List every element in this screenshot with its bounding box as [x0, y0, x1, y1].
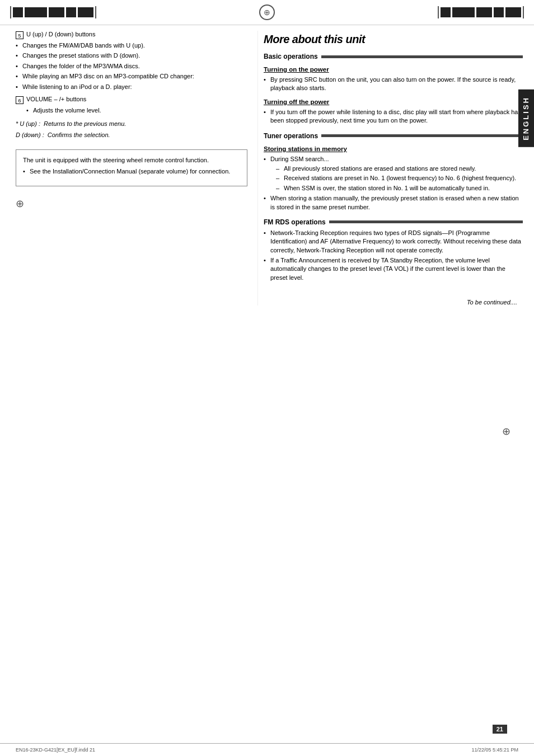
tuner-ops-title: Tuner operations [264, 132, 318, 140]
turning-on-list: By pressing SRC button on the unit, you … [264, 76, 523, 93]
footer-right: 11/22/05 5:45:21 PM [471, 747, 518, 753]
sub-list-item: When SSM is over, the station stored in … [276, 184, 523, 192]
crosshair-left: ⊕ [16, 198, 247, 210]
storing-stations-title: Storing stations in memory [264, 145, 523, 152]
bar-thin-1 [10, 6, 11, 18]
main-title-block: More about this unit [264, 33, 523, 46]
note-up: * U (up) : Returns to the previous menu. [16, 120, 247, 127]
ssm-sub-list: All previously stored stations are erase… [276, 165, 523, 192]
turning-off-title: Turning off the power [264, 98, 523, 105]
note-up-label: * U (up) : [16, 120, 40, 127]
basic-ops-header: Basic operations [264, 53, 523, 60]
item-5-badge: 5 [16, 31, 24, 39]
bar-seg-5 [78, 7, 93, 17]
bar-seg-2 [25, 7, 47, 17]
note-box-line1: The unit is equipped with the steering w… [23, 156, 240, 165]
list-item: Changes the folder of the MP3/WMA discs. [16, 62, 247, 71]
bar-seg-9 [494, 7, 504, 17]
list-item: If you turn off the power while listenin… [264, 108, 523, 125]
fm-rds-list: Network-Tracking Reception requires two … [264, 229, 523, 282]
page-container: ⊕ 5 U (up) / D (down) buttons Changes th… [0, 0, 534, 756]
crosshair-right: ⊕ [502, 425, 510, 438]
bar-seg-7 [452, 7, 475, 17]
list-item: If a Traffic Announcement is received by… [264, 256, 523, 282]
bar-seg-6 [441, 7, 451, 17]
note-up-val: Returns to the previous menu. [44, 120, 126, 127]
ssm-intro: During SSM search... [270, 156, 329, 162]
list-item: Changes the FM/AM/DAB bands with U (up). [16, 41, 247, 50]
sub-list-item: All previously stored stations are erase… [276, 165, 523, 173]
english-sidebar: ENGLISH [518, 90, 534, 147]
basic-ops-title: Basic operations [264, 53, 318, 60]
footer-left: EN16-23KD-G421[EX_EU]f.indd 21 [16, 747, 95, 753]
bar-seg-3 [49, 7, 64, 17]
list-item: During SSM search... All previously stor… [264, 155, 523, 193]
footer: EN16-23KD-G421[EX_EU]f.indd 21 11/22/05 … [0, 743, 534, 756]
note-down-val: Confirms the selection. [48, 132, 110, 138]
top-bar-left [10, 6, 96, 18]
basic-ops-bar [321, 55, 523, 58]
item-5-list: Changes the FM/AM/DAB bands with U (up).… [16, 41, 247, 91]
list-item: Adjusts the volume level. [26, 106, 247, 115]
turning-on-title: Turning on the power [264, 66, 523, 73]
compass-center: ⊕ [259, 4, 275, 20]
main-title: More about this unit [264, 33, 365, 46]
right-column: More about this unit Basic operations Tu… [257, 31, 534, 306]
note-down-label: D (down) : [16, 132, 44, 138]
list-item: Changes the preset stations with D (down… [16, 51, 247, 60]
note-box: The unit is equipped with the steering w… [16, 149, 247, 186]
sub-list-item: Received stations are preset in No. 1 (l… [276, 174, 523, 182]
tuner-ops-bar [321, 134, 523, 137]
notes-block: * U (up) : Returns to the previous menu.… [16, 120, 247, 138]
item-6-title: VOLUME – /+ buttons [26, 96, 247, 102]
bar-seg-8 [476, 7, 492, 17]
bar-thin-4 [523, 6, 524, 18]
storing-list: During SSM search... All previously stor… [264, 155, 523, 212]
main-layout: 5 U (up) / D (down) buttons Changes the … [0, 25, 534, 306]
top-bar-right [438, 6, 524, 18]
top-bar: ⊕ [0, 0, 534, 25]
list-item: While playing an MP3 disc on an MP3-comp… [16, 72, 247, 81]
list-item: Network-Tracking Reception requires two … [264, 229, 523, 255]
item-5-header: 5 U (up) / D (down) buttons [16, 31, 247, 39]
fm-rds-bar [329, 220, 523, 223]
to-be-continued: To be continued.... [264, 299, 523, 306]
fm-rds-title: FM RDS operations [264, 218, 326, 226]
tuner-ops-header: Tuner operations [264, 132, 523, 140]
list-item: By pressing SRC button on the unit, you … [264, 76, 523, 93]
item-5-title: U (up) / D (down) buttons [26, 31, 247, 37]
left-crosshair-area: ⊕ [16, 198, 247, 210]
left-column: 5 U (up) / D (down) buttons Changes the … [0, 31, 257, 306]
item-6-list: Adjusts the volume level. [16, 106, 247, 115]
bar-seg-1 [13, 7, 23, 17]
note-box-list: See the Installation/Connection Manual (… [23, 167, 240, 176]
list-item: When storing a station manually, the pre… [264, 194, 523, 212]
page-number: 21 [493, 725, 507, 734]
bar-thin-3 [438, 6, 439, 18]
bar-seg-10 [505, 7, 521, 17]
bar-seg-4 [66, 7, 76, 17]
note-box-bullet: See the Installation/Connection Manual (… [23, 167, 240, 176]
bar-thin-2 [95, 6, 96, 18]
list-item: While listening to an iPod or a D. playe… [16, 83, 247, 91]
note-down: D (down) : Confirms the selection. [16, 132, 247, 138]
fm-rds-header: FM RDS operations [264, 218, 523, 226]
item-6-header: 6 VOLUME – /+ buttons [16, 96, 247, 104]
item-6-badge: 6 [16, 96, 24, 104]
turning-off-list: If you turn off the power while listenin… [264, 108, 523, 125]
